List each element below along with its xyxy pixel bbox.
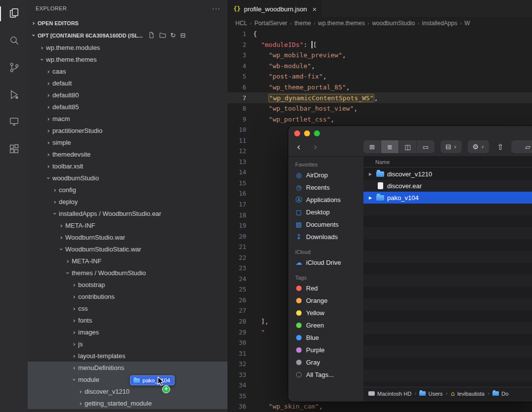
new-folder-icon[interactable] — [159, 32, 166, 40]
finder-sidebar-item-orange[interactable]: Orange — [288, 294, 363, 307]
tags-button[interactable]: ▱ — [511, 140, 532, 153]
disclosure-triangle-icon[interactable]: ▶ — [367, 172, 373, 176]
tree-item-getting-started-module[interactable]: ›getting_started_module — [28, 397, 227, 409]
finder-sidebar-item-gray[interactable]: Gray — [288, 356, 363, 369]
chevron-icon: › — [44, 68, 52, 75]
back-button[interactable]: ‹ — [292, 140, 305, 153]
breadcrumb-item-hcl[interactable]: HCL — [235, 20, 247, 27]
finder-row-discover-ear[interactable]: discover.ear — [363, 180, 532, 192]
tree-item-module[interactable]: ›module — [28, 373, 227, 385]
finder-sidebar-item-blue[interactable]: Blue — [288, 331, 363, 344]
activity-source-control-button[interactable] — [0, 58, 28, 78]
finder-sidebar-item-red[interactable]: Red — [288, 282, 363, 294]
refresh-icon[interactable]: ↻ — [171, 32, 176, 39]
list-view-button[interactable]: ≣ — [381, 140, 399, 153]
tree-item-wp-theme-modules[interactable]: ›wp.theme.modules — [28, 41, 227, 53]
finder-body: Favorites◎AirDrop◷RecentsⒶApplications▢D… — [288, 157, 532, 402]
tree-item-discover-v1210[interactable]: ›discover_v1210 — [28, 385, 227, 397]
tree-item-simple[interactable]: ›simple — [28, 136, 227, 148]
line-number: 14 — [227, 168, 253, 176]
tree-item-toolbar-xslt[interactable]: ›toolbar.xslt — [28, 160, 227, 172]
finder-row-pako-v104[interactable]: ▶pako_v104 — [363, 192, 532, 204]
column-view-button[interactable]: ◫ — [399, 140, 417, 153]
drag-ghost[interactable]: pako_v104 — [130, 375, 175, 385]
close-icon[interactable]: × — [312, 5, 317, 13]
activity-explorer-button[interactable] — [0, 4, 28, 24]
disclosure-triangle-icon[interactable]: ▶ — [367, 196, 373, 200]
tree-item-bootstrap[interactable]: ›bootstrap — [28, 279, 227, 290]
tree-item-default80[interactable]: ›default80 — [28, 89, 227, 101]
finder-sidebar-item-green[interactable]: Green — [288, 319, 363, 331]
tree-item-config[interactable]: ›config — [28, 184, 227, 196]
close-window-button[interactable] — [294, 130, 300, 136]
collapse-all-icon[interactable]: ⊟ — [180, 32, 185, 39]
finder-sidebar-item-icloud-drive[interactable]: ☁iCloud Drive — [288, 256, 363, 269]
icon-view-button[interactable]: ⊞ — [363, 140, 381, 153]
activity-run-debug-button[interactable] — [0, 85, 28, 105]
finder-sidebar-item-desktop[interactable]: ▢Desktop — [288, 206, 363, 218]
finder-sidebar-item-airdrop[interactable]: ◎AirDrop — [288, 169, 363, 181]
activity-extensions-button[interactable] — [0, 140, 28, 160]
gallery-view-button[interactable]: ▭ — [417, 140, 435, 153]
tree-item-menudefinitions[interactable]: ›menuDefinitions — [28, 362, 227, 373]
finder-sidebar-item-documents[interactable]: ▤Documents — [288, 218, 363, 231]
action-button[interactable]: ⚙ ∨ — [468, 140, 489, 153]
chevron-icon: › — [44, 163, 52, 170]
tree-item-installedapps-woodburnstudio-ear[interactable]: ›installedApps / WoodburnStudio.ear — [28, 207, 227, 219]
more-actions-icon[interactable]: ··· — [212, 4, 221, 12]
path-item-macintosh-hd[interactable]: Macintosh HD — [368, 391, 411, 397]
tree-item-deploy[interactable]: ›deploy — [28, 196, 227, 207]
finder-sidebar-item-purple[interactable]: Purple — [288, 344, 363, 356]
tree-item-contributions[interactable]: ›contributions — [28, 290, 227, 302]
finder-sidebar-item-all-tags[interactable]: All Tags... — [288, 369, 363, 381]
tree-item-themedevsite[interactable]: ›themedevsite — [28, 148, 227, 160]
tree-item-meta-inf[interactable]: ›META-INF — [28, 219, 227, 231]
path-item-levibautista[interactable]: ⌂levibautista — [451, 390, 485, 397]
open-editors-header[interactable]: › OPEN EDITORS — [28, 17, 227, 29]
zoom-window-button[interactable] — [314, 130, 320, 136]
applications-icon: Ⓐ — [295, 196, 303, 205]
tree-item-css[interactable]: ›css — [28, 302, 227, 314]
new-file-icon[interactable] — [148, 32, 155, 40]
finder-sidebar-item-applications[interactable]: ⒶApplications — [288, 194, 363, 206]
breadcrumb-item-w[interactable]: W — [464, 20, 470, 27]
finder-sidebar-item-recents[interactable]: ◷Recents — [288, 181, 363, 194]
breadcrumb-item-theme[interactable]: theme — [295, 20, 311, 27]
code-line-8: 8 "wp_toolbar_host_view", — [227, 103, 532, 114]
share-button[interactable]: ⇧ — [495, 140, 505, 153]
breadcrumb-item-wp-theme-themes[interactable]: wp.theme.themes — [318, 20, 365, 27]
tree-item-js[interactable]: ›js — [28, 338, 227, 350]
finder-section-favorites: Favorites — [295, 162, 363, 167]
tree-item-themes-woodburnstudio[interactable]: ›themes / WoodburnStudio — [28, 267, 227, 279]
tree-item-practitionerstudio[interactable]: ›practitionerStudio — [28, 124, 227, 136]
finder-row-discover-v1210[interactable]: ▶discover_v1210 — [363, 168, 532, 180]
path-item-do[interactable]: Do — [492, 391, 508, 397]
tree-item-woodburnstudio-war[interactable]: ›WoodburnStudio.war — [28, 231, 227, 243]
tree-item-default85[interactable]: ›default85 — [28, 101, 227, 113]
column-header-name[interactable]: Name — [363, 157, 532, 167]
tree-item-fonts[interactable]: ›fonts — [28, 314, 227, 326]
forward-button[interactable]: › — [309, 140, 322, 153]
tree-item-layout-templates[interactable]: ›layout-templates — [28, 350, 227, 362]
breadcrumb-item-installedapps[interactable]: installedApps — [422, 20, 457, 27]
tree-item-images[interactable]: ›images — [28, 326, 227, 338]
tree-item-woodburnstudiostatic-war[interactable]: ›WoodburnStudioStatic.war — [28, 243, 227, 255]
tree-item-default[interactable]: ›default — [28, 77, 227, 89]
open-editors-label: OPEN EDITORS — [38, 20, 79, 26]
breadcrumb-item-portalserver[interactable]: PortalServer — [254, 20, 287, 27]
tree-item-macm[interactable]: ›macm — [28, 113, 227, 124]
workspace-header[interactable]: › OPT [CONTAINER 6CA309A160DD (/SL... ↻ … — [28, 29, 227, 41]
tree-item-woodburnstudio[interactable]: ›woodburnStudio — [28, 172, 227, 184]
activity-search-button[interactable] — [0, 31, 28, 51]
tab-profile-woodburn-json[interactable]: {} profile_woodburn.json × — [227, 0, 323, 18]
breadcrumb-item-woodburnstudio[interactable]: woodburnStudio — [372, 20, 415, 27]
finder-sidebar-item-downloads[interactable]: ↧Downloads — [288, 231, 363, 243]
tree-item-wp-theme-themes[interactable]: ›wp.theme.themes — [28, 53, 227, 65]
finder-sidebar-item-yellow[interactable]: Yellow — [288, 307, 363, 319]
group-button[interactable]: ⊟ ∨ — [441, 140, 462, 153]
path-item-users[interactable]: Users — [419, 391, 443, 397]
activity-remote-explorer-button[interactable] — [0, 113, 28, 132]
tree-item-meta-inf[interactable]: ›META-INF — [28, 255, 227, 267]
tree-item-caas[interactable]: ›caas — [28, 65, 227, 77]
minimize-window-button[interactable] — [304, 130, 310, 136]
